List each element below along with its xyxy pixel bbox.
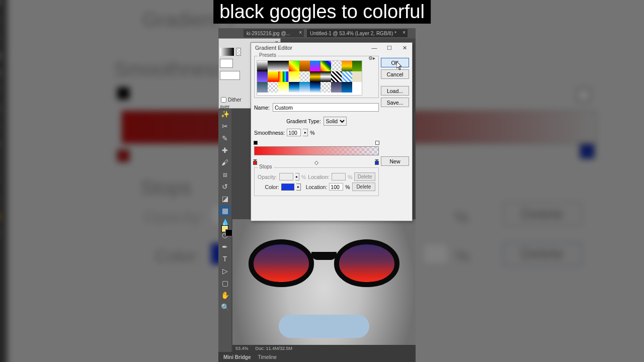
chevron-right-icon[interactable]: ▸ (296, 184, 301, 191)
stops-group: Stops Opacity: ▸ % Location: % Delete Co… (254, 167, 379, 196)
gradient-editor-dialog: Gradient Editor — ☐ ✕ OK Cancel Load... … (251, 42, 413, 221)
eraser-tool-icon[interactable]: ◪ (219, 193, 230, 204)
maximize-icon[interactable]: ☐ (384, 44, 395, 52)
mode-field[interactable] (220, 71, 240, 80)
gradient-dropdown-icon[interactable] (236, 48, 241, 56)
gradient-type-label: Gradient Type: (286, 118, 321, 124)
type-tool-icon[interactable]: T (219, 253, 230, 264)
eyedropper-tool-icon[interactable]: ✎ (219, 133, 230, 144)
save-button[interactable]: Save... (381, 98, 409, 107)
tab-mini-bridge[interactable]: Mini Bridge (223, 354, 251, 360)
close-icon[interactable]: × (299, 30, 302, 35)
delete-opacity-stop-button: Delete (354, 172, 375, 181)
gradient-bar[interactable] (254, 142, 379, 162)
document-tabbar: ki-2915216.jpg @...× Untitled-1 @ 53.4% … (218, 28, 416, 38)
color-swatch[interactable] (281, 184, 295, 191)
hand-tool-icon[interactable]: ✋ (219, 290, 230, 301)
load-button[interactable]: Load... (381, 86, 409, 96)
presets-grid[interactable] (257, 60, 362, 96)
opacity-field[interactable] (220, 59, 233, 68)
doc-size: Doc: 11.4M/32.5M (256, 346, 293, 351)
bg-toolbar: ▦▭✎ ◢▨✐ ◧✑✚ ⌖T▷ ✋🔍 (0, 0, 7, 362)
smoothness-label: Smoothness: (254, 130, 285, 136)
history-brush-icon[interactable]: ↺ (219, 181, 230, 192)
zoom-level[interactable]: 53.4% (235, 346, 249, 351)
percent-label: % (310, 130, 314, 136)
midpoint-marker[interactable] (314, 161, 318, 165)
name-label: Name: (254, 105, 270, 111)
opacity-stop-left[interactable] (253, 141, 258, 146)
stops-label: Stops (258, 164, 274, 169)
document-tab-1[interactable]: ki-2915216.jpg @...× (244, 29, 304, 37)
pen-tool-icon[interactable]: ✒ (219, 241, 230, 252)
wand-tool-icon[interactable]: ✨ (219, 109, 230, 120)
bottom-panel-tabs: Mini Bridge Timeline (218, 352, 416, 362)
shape-tool-icon[interactable]: ▢ (219, 278, 230, 289)
location-label: Location: (308, 174, 330, 180)
smoothness-input[interactable] (287, 129, 301, 136)
zoom-tool-icon[interactable]: 🔍 (219, 302, 230, 313)
presets-label: Presets (258, 52, 278, 58)
video-caption: black goggles to colorful (213, 0, 431, 24)
stamp-tool-icon[interactable]: ⧇ (219, 169, 230, 180)
tool-palette: ✥ ▭ ◠ ✨ ✂ ✎ ✚ 🖌 ⧇ ↺ ◪ ▦ 💧 ◔ ✒ T ▷ ▢ ✋ 🔍 (218, 71, 231, 362)
opacity-location-input (332, 173, 346, 180)
color-location-input[interactable] (329, 183, 343, 191)
mouse-cursor-icon (396, 61, 403, 70)
path-tool-icon[interactable]: ▷ (219, 265, 230, 277)
color-label: Color: (258, 184, 279, 190)
tab-timeline[interactable]: Timeline (258, 354, 276, 360)
photo-sunglasses (249, 239, 399, 295)
presets-group: Presets ⚙▸ (254, 56, 379, 98)
opacity-stop-right[interactable] (375, 141, 380, 146)
document-tab-2[interactable]: Untitled-1 @ 53.4% (Layer 2, RGB/8) *× (307, 29, 408, 37)
dialog-title: Gradient Editor (255, 45, 292, 51)
cancel-button[interactable]: Cancel (381, 69, 409, 79)
opacity-label: Opacity: (258, 174, 277, 180)
minimize-icon[interactable]: — (369, 44, 380, 52)
status-bar: 53.4% Doc: 11.4M/32.5M (232, 345, 416, 352)
overlay-pill (279, 315, 369, 338)
crop-tool-icon[interactable]: ✂ (219, 121, 230, 132)
gradient-type-select[interactable]: Solid (324, 117, 347, 126)
chevron-right-icon[interactable]: ▸ (303, 129, 308, 136)
opacity-input (279, 173, 293, 180)
layer-label-fragment: ayer (220, 104, 229, 110)
location-label: Location: (303, 184, 327, 190)
chevron-right-icon: ▸ (295, 173, 299, 180)
gradient-preview[interactable] (220, 48, 234, 56)
canvas[interactable] (232, 219, 416, 345)
name-input[interactable] (273, 103, 379, 112)
close-icon[interactable]: × (403, 30, 406, 35)
close-icon[interactable]: ✕ (399, 44, 410, 52)
gear-icon[interactable]: ⚙▸ (368, 55, 375, 61)
brush-tool-icon[interactable]: 🖌 (219, 157, 230, 168)
heal-tool-icon[interactable]: ✚ (219, 145, 230, 156)
delete-color-stop-button[interactable]: Delete (352, 183, 375, 191)
new-button[interactable]: New (381, 156, 409, 166)
ok-button[interactable]: OK (381, 58, 409, 67)
dither-checkbox[interactable]: Dither (221, 97, 242, 103)
gradient-tool-icon[interactable]: ▦ (219, 205, 230, 216)
color-stop-right[interactable] (375, 159, 380, 165)
